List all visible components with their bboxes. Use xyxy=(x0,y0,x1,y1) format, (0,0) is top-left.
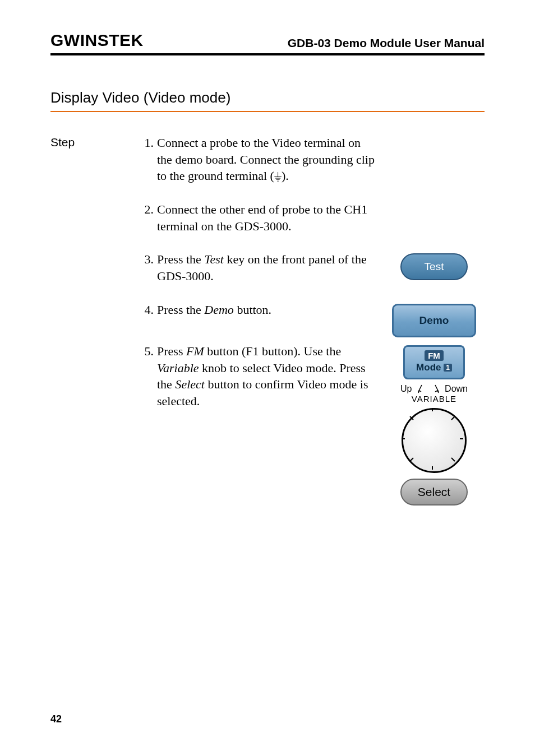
step-text: Press the Test key on the front panel of… xyxy=(157,251,384,301)
visual-cell: Test xyxy=(384,251,485,286)
visual-cell: Demo xyxy=(384,302,485,343)
page-number: 42 xyxy=(50,713,62,725)
arrow-up-down-icon xyxy=(417,383,440,395)
variable-knob[interactable] xyxy=(402,408,467,473)
test-button[interactable]: Test xyxy=(400,253,468,280)
visual-cell-empty xyxy=(384,134,485,143)
step-number: 4. xyxy=(140,302,157,317)
step-text: Connect a probe to the Video terminal on… xyxy=(157,134,384,201)
document-title: GDB-03 Demo Module User Manual xyxy=(288,36,485,50)
svg-line-7 xyxy=(451,416,455,420)
step-text: Connect the other end of probe to the CH… xyxy=(157,201,384,251)
step-label: Step xyxy=(50,134,140,149)
page-header: GWINSTEK GDB-03 Demo Module User Manual xyxy=(50,31,485,55)
variable-knob-group: Up Down VARIABLE xyxy=(400,383,468,403)
visual-cell-empty xyxy=(384,201,485,210)
up-label: Up xyxy=(400,384,412,394)
step-number: 3. xyxy=(140,251,157,267)
brand-logo: GWINSTEK xyxy=(50,31,144,50)
svg-line-9 xyxy=(451,458,455,461)
steps-grid: Step 1. Connect a probe to the Video ter… xyxy=(50,134,485,511)
fm-mode-button[interactable]: FM Mode 1 xyxy=(403,345,465,379)
variable-label: VARIABLE xyxy=(400,394,468,403)
down-label: Down xyxy=(445,384,468,394)
step-number: 2. xyxy=(140,201,157,217)
fm-badge: FM xyxy=(425,350,444,361)
step-text: Press FM button (F1 button). Use the Var… xyxy=(157,343,384,426)
step-number: 1. xyxy=(140,134,157,150)
fm-mode-label: Mode 1 xyxy=(407,362,461,373)
select-button[interactable]: Select xyxy=(400,479,468,505)
step-number: 5. xyxy=(140,343,157,359)
ground-icon: ⏚ xyxy=(274,169,282,183)
visual-cell: FM Mode 1 Up Down VARIABLE xyxy=(384,343,485,511)
step-text: Press the Demo button. xyxy=(157,302,384,335)
section-title: Display Video (Video mode) xyxy=(50,89,485,112)
svg-line-6 xyxy=(410,416,413,420)
svg-line-8 xyxy=(410,458,413,461)
demo-button[interactable]: Demo xyxy=(392,304,476,337)
